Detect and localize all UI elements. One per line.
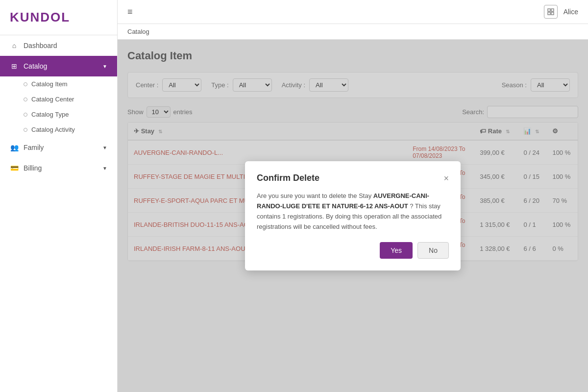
svg-rect-1 [551, 9, 554, 11]
sidebar-item-catalog[interactable]: ⊞ Catalog ▼ [0, 56, 117, 76]
modal-close-button[interactable]: × [443, 174, 449, 183]
chevron-down-icon: ▼ [102, 64, 107, 69]
grid-icon: ⊞ [10, 62, 19, 71]
card-icon: 💳 [10, 164, 19, 172]
sidebar-label-family: Family [24, 144, 98, 151]
dot-icon [24, 82, 27, 86]
confirm-no-button[interactable]: No [417, 242, 449, 259]
dot-icon [24, 98, 27, 101]
modal-body: Are you sure you want to delete the Stay… [257, 191, 449, 232]
user-name[interactable]: Alice [564, 8, 578, 16]
sidebar-item-billing[interactable]: 💳 Billing ▼ [0, 158, 117, 178]
topbar: ≡ Alice [118, 0, 588, 24]
sidebar-label-catalog: Catalog [24, 62, 98, 70]
app-logo: KUNDOL [10, 10, 70, 24]
sidebar-label-catalog-center: Catalog Center [31, 96, 74, 103]
dot-icon [24, 113, 27, 117]
dot-icon [24, 128, 27, 132]
modal-title: Confirm Delete [257, 173, 319, 183]
breadcrumb: Catalog [118, 24, 588, 40]
svg-rect-0 [548, 9, 550, 11]
modal-overlay: Confirm Delete × Are you sure you want t… [118, 40, 588, 392]
expand-icon[interactable] [544, 5, 558, 19]
modal-message-pre: Are you sure you want to delete the Stay [257, 192, 373, 199]
hamburger-menu-icon[interactable]: ≡ [127, 7, 133, 17]
sidebar-label-catalog-activity: Catalog Activity [31, 126, 75, 133]
catalog-submenu: Catalog Item Catalog Center Catalog Type… [0, 76, 117, 137]
sidebar-label-dashboard: Dashboard [24, 42, 107, 49]
svg-rect-2 [548, 12, 550, 15]
sidebar-label-catalog-type: Catalog Type [31, 111, 69, 118]
sidebar-label-billing: Billing [24, 164, 98, 172]
svg-rect-3 [551, 12, 554, 15]
chevron-right-icon: ▼ [102, 145, 107, 150]
modal-footer: Yes No [257, 242, 449, 259]
sidebar-label-catalog-item: Catalog Item [31, 80, 68, 88]
users-icon: 👥 [10, 143, 19, 152]
confirm-delete-modal: Confirm Delete × Are you sure you want t… [245, 161, 461, 270]
modal-header: Confirm Delete × [257, 173, 449, 183]
sidebar-item-family[interactable]: 👥 Family ▼ [0, 137, 117, 158]
sidebar-item-catalog-activity[interactable]: Catalog Activity [24, 122, 117, 137]
chevron-right-icon: ▼ [102, 166, 107, 171]
sidebar-item-catalog-type[interactable]: Catalog Type [24, 107, 117, 122]
sidebar-item-catalog-center[interactable]: Catalog Center [24, 92, 117, 107]
main-content: Catalog Item Center : All Type : All Act… [118, 40, 588, 392]
home-icon: ⌂ [10, 41, 19, 50]
sidebar-item-catalog-item[interactable]: Catalog Item [24, 76, 117, 92]
confirm-yes-button[interactable]: Yes [380, 242, 413, 259]
sidebar-item-dashboard[interactable]: ⌂ Dashboard [0, 35, 117, 56]
